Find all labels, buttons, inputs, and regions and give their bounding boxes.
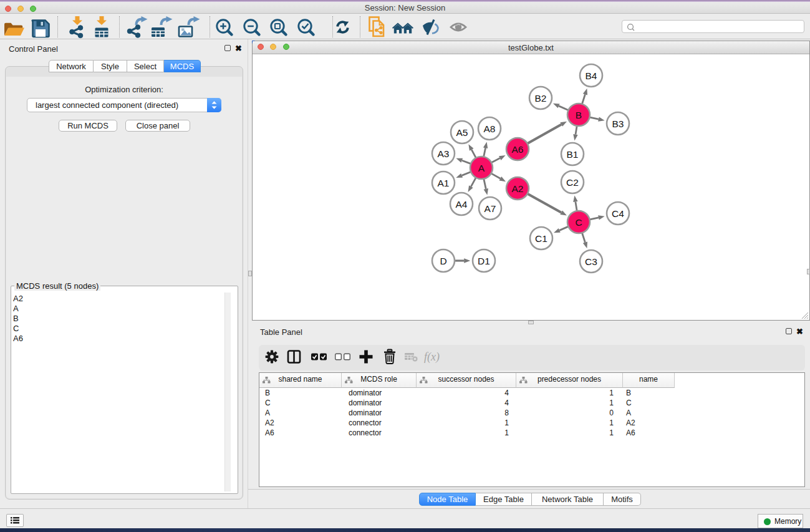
svg-text:A1: A1	[438, 178, 450, 188]
svg-text:C3: C3	[585, 256, 597, 267]
svg-text:B4: B4	[586, 70, 597, 81]
svg-text:B2: B2	[535, 93, 547, 104]
svg-text:A6: A6	[512, 144, 524, 155]
svg-text:A4: A4	[456, 199, 468, 210]
svg-text:A7: A7	[485, 203, 496, 214]
svg-text:A2: A2	[512, 183, 524, 194]
svg-text:D: D	[440, 256, 446, 266]
svg-text:A5: A5	[456, 127, 468, 138]
svg-text:A3: A3	[438, 148, 450, 159]
svg-text:C1: C1	[535, 233, 547, 244]
svg-text:A: A	[478, 163, 485, 173]
svg-text:C: C	[575, 217, 582, 228]
svg-text:C2: C2	[566, 177, 579, 188]
svg-text:A8: A8	[484, 123, 496, 134]
svg-text:C4: C4	[612, 208, 624, 219]
svg-text:B1: B1	[567, 149, 579, 160]
svg-text:B3: B3	[612, 118, 624, 129]
svg-text:D1: D1	[478, 256, 490, 266]
svg-text:B: B	[576, 110, 582, 120]
